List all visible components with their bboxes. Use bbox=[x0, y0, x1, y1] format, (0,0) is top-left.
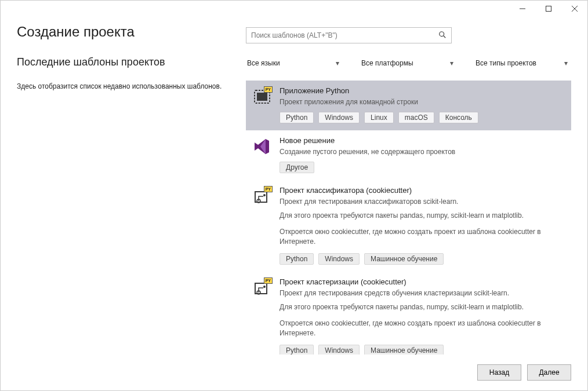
template-description: Проект приложения для командной строки bbox=[280, 97, 564, 107]
template-tag: Windows bbox=[318, 253, 360, 265]
left-column: Создание проекта Последние шаблоны проек… bbox=[17, 18, 246, 355]
svg-point-12 bbox=[263, 194, 266, 196]
template-body: Проект кластеризации (cookiecutter)Проек… bbox=[280, 277, 564, 355]
template-title: Проект кластеризации (cookiecutter) bbox=[280, 277, 564, 286]
template-tags: PythonWindowsLinuxmacOSКонсоль bbox=[280, 112, 564, 123]
right-column: Все языки ▾ Все платформы ▾ Все типы про… bbox=[246, 18, 571, 355]
python-ml-icon: PY bbox=[253, 187, 271, 206]
template-tag: Python bbox=[280, 345, 314, 355]
svg-line-5 bbox=[444, 36, 446, 38]
footer: Назад Далее bbox=[1, 355, 587, 390]
filter-project-type-label: Все типы проектов bbox=[476, 59, 536, 67]
template-tag: Python bbox=[280, 112, 314, 123]
template-tags: PythonWindowsМашинное обучение bbox=[280, 345, 564, 355]
filter-project-type[interactable]: Все типы проектов ▾ bbox=[474, 56, 571, 70]
template-body: Проект классификатора (cookiecutter)Прое… bbox=[280, 186, 564, 265]
filter-language[interactable]: Все языки ▾ bbox=[246, 56, 343, 70]
search-icon[interactable] bbox=[438, 31, 448, 40]
chevron-down-icon: ▾ bbox=[450, 59, 453, 67]
template-item[interactable]: PYПроект кластеризации (cookiecutter)Про… bbox=[246, 272, 571, 355]
template-tag: Linux bbox=[364, 112, 394, 123]
template-title: Проект классификатора (cookiecutter) bbox=[280, 186, 564, 195]
template-description: Создание пустого решения, не содержащего… bbox=[280, 147, 564, 157]
back-button[interactable]: Назад bbox=[477, 364, 521, 381]
svg-rect-1 bbox=[546, 6, 551, 12]
vs-solution-icon bbox=[253, 137, 271, 156]
template-tag: Windows bbox=[318, 112, 360, 123]
template-tag: Машинное обучение bbox=[364, 253, 444, 265]
template-body: Новое решениеСоздание пустого решения, н… bbox=[280, 136, 564, 173]
maximize-button[interactable] bbox=[535, 1, 561, 17]
templates-list: PYПриложение PythonПроект приложения для… bbox=[246, 81, 571, 355]
template-title: Новое решение bbox=[280, 136, 564, 145]
template-tag: Консоль bbox=[439, 112, 478, 123]
python-ml-icon: PY bbox=[253, 279, 271, 297]
template-tag: macOS bbox=[398, 112, 434, 123]
svg-point-15 bbox=[263, 286, 266, 288]
template-tag: Windows bbox=[318, 345, 360, 355]
search-box[interactable] bbox=[246, 27, 452, 43]
template-tags: Другое bbox=[280, 162, 564, 173]
svg-point-4 bbox=[440, 32, 444, 36]
page-title: Создание проекта bbox=[17, 24, 234, 40]
template-title: Приложение Python bbox=[280, 86, 564, 95]
template-tag: Python bbox=[280, 253, 314, 265]
template-paragraph: Для этого проекта требуются пакеты panda… bbox=[280, 211, 564, 221]
close-button[interactable] bbox=[561, 1, 587, 17]
filter-platform-label: Все платформы bbox=[361, 59, 413, 67]
template-tag: Другое bbox=[280, 162, 314, 173]
filter-platform[interactable]: Все платформы ▾ bbox=[360, 56, 457, 70]
minimize-button[interactable] bbox=[509, 1, 535, 17]
python-app-icon: PY bbox=[253, 87, 271, 106]
template-item[interactable]: Новое решениеСоздание пустого решения, н… bbox=[246, 130, 571, 180]
template-description: Проект для тестирования средств обучения… bbox=[280, 288, 564, 298]
template-item[interactable]: PYПриложение PythonПроект приложения для… bbox=[246, 81, 571, 130]
template-paragraph: Для этого проекта требуются пакеты panda… bbox=[280, 302, 564, 312]
recent-templates-heading: Последние шаблоны проектов bbox=[17, 56, 234, 68]
template-item[interactable]: PYПроект классификатора (cookiecutter)Пр… bbox=[246, 180, 571, 272]
template-tags: PythonWindowsМашинное обучение bbox=[280, 253, 564, 265]
svg-rect-7 bbox=[257, 93, 267, 101]
search-input[interactable] bbox=[251, 31, 438, 39]
chevron-down-icon: ▾ bbox=[564, 59, 568, 67]
filter-language-label: Все языки bbox=[247, 59, 280, 67]
chevron-down-icon: ▾ bbox=[336, 59, 339, 67]
template-description: Проект для тестирования классификаторов … bbox=[280, 197, 564, 207]
template-tag: Машинное обучение bbox=[364, 345, 444, 355]
template-paragraph: Откроется окно cookiecutter, где можно с… bbox=[280, 227, 564, 247]
template-body: Приложение PythonПроект приложения для к… bbox=[280, 86, 564, 123]
template-paragraph: Откроется окно cookiecutter, где можно с… bbox=[280, 319, 564, 339]
recent-templates-empty: Здесь отобразится список недавно использ… bbox=[17, 81, 234, 92]
titlebar bbox=[1, 1, 587, 18]
next-button[interactable]: Далее bbox=[527, 364, 571, 381]
